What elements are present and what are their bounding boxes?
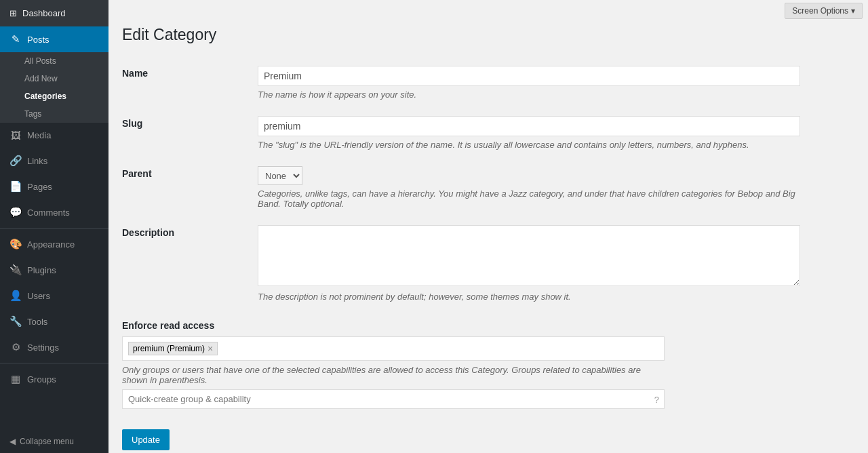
posts-submenu: All Posts Add New Categories Tags [0,52,108,123]
submenu-categories[interactable]: Categories [0,87,108,105]
links-icon: 🔗 [9,155,22,167]
sidebar-item-tools[interactable]: 🔧 Tools [0,309,108,334]
sidebar-item-links[interactable]: 🔗 Links [0,148,108,174]
comments-icon: 💬 [9,206,22,218]
sidebar-dashboard-label: Dashboard [22,8,66,18]
sidebar-item-users[interactable]: 👤 Users [0,283,108,309]
settings-label: Settings [27,342,59,353]
quick-create-input[interactable] [122,389,665,409]
update-button[interactable]: Update [122,429,170,450]
media-label: Media [27,130,51,140]
description-row: Description The description is not promi… [122,217,854,310]
sidebar-item-plugins[interactable]: 🔌 Plugins [0,257,108,283]
submenu-all-posts[interactable]: All Posts [0,52,108,70]
collapse-arrow-icon: ◀ [9,437,16,446]
capability-tag: premium (Premium) × [128,342,218,355]
pages-label: Pages [27,182,52,192]
groups-icon: ▦ [9,373,22,385]
pages-icon: 📄 [9,180,22,193]
parent-label: Parent [122,158,258,217]
description-cell: The description is not prominent by defa… [258,217,854,310]
posts-icon: ✎ [9,33,22,45]
slug-cell: The "slug" is the URL-friendly version o… [258,108,854,158]
collapse-label: Collapse menu [20,437,74,446]
chevron-down-icon: ▾ [851,6,855,16]
enforce-read-access-section: Enforce read access premium (Premium) × … [122,310,854,419]
plugins-icon: 🔌 [9,264,22,276]
capability-box: premium (Premium) × [122,336,665,361]
capability-remove-button[interactable]: × [208,344,213,353]
submenu-tags[interactable]: Tags [0,105,108,123]
users-label: Users [27,291,50,301]
sidebar-item-posts[interactable]: ✎ Posts [0,26,108,52]
links-label: Links [27,156,47,166]
screen-options-button[interactable]: Screen Options ▾ [785,3,863,19]
sidebar-item-groups[interactable]: ▦ Groups [0,366,108,392]
parent-select[interactable]: None [258,166,302,185]
enforce-label: Enforce read access [122,320,854,331]
posts-label: Posts [27,35,50,45]
name-row: Name The name is how it appears on your … [122,58,854,108]
parent-hint: Categories, unlike tags, can have a hier… [258,189,800,209]
parent-select-wrapper: None [258,166,854,185]
media-icon: 🖼 [9,130,22,141]
sidebar-item-media[interactable]: 🖼 Media [0,123,108,148]
name-input[interactable] [258,66,800,86]
sidebar-item-settings[interactable]: ⚙ Settings [0,334,108,360]
name-hint: The name is how it appears on your site. [258,90,800,100]
slug-label: Slug [122,108,258,158]
submenu-add-new[interactable]: Add New [0,70,108,87]
tools-label: Tools [27,317,47,327]
quick-create-wrapper: ? [122,389,665,409]
main-content: Screen Options ▾ Edit Category Name The … [108,0,868,453]
appearance-icon: 🎨 [9,238,22,250]
help-icon[interactable]: ? [654,394,659,404]
name-cell: The name is how it appears on your site. [258,58,854,108]
plugins-label: Plugins [27,265,56,275]
settings-icon: ⚙ [9,341,22,353]
sidebar: ⊞ Dashboard ✎ Posts All Posts Add New Ca… [0,0,108,453]
page-content-area: Edit Category Name The name is how it ap… [108,19,868,453]
sidebar-item-comments[interactable]: 💬 Comments [0,199,108,225]
sidebar-divider-2 [0,363,108,363]
page-title: Edit Category [122,26,854,44]
top-bar: Screen Options ▾ [108,0,868,19]
capability-tag-label: premium (Premium) [133,344,205,353]
tools-icon: 🔧 [9,315,22,328]
name-label: Name [122,58,258,108]
slug-hint: The "slug" is the URL-friendly version o… [258,140,800,150]
sidebar-item-dashboard[interactable]: ⊞ Dashboard [0,0,108,26]
description-label: Description [122,217,258,310]
parent-row: Parent None Categories, unlike tags, can… [122,158,854,217]
groups-label: Groups [27,374,56,385]
sidebar-divider-1 [0,228,108,229]
collapse-menu-button[interactable]: ◀ Collapse menu [0,430,108,453]
sidebar-item-pages[interactable]: 📄 Pages [0,174,108,199]
screen-options-label: Screen Options [792,6,848,16]
parent-cell: None Categories, unlike tags, can have a… [258,158,854,217]
comments-label: Comments [27,208,70,218]
description-hint: The description is not prominent by defa… [258,292,800,302]
dashboard-icon: ⊞ [9,8,17,18]
slug-input[interactable] [258,116,800,136]
appearance-label: Appearance [27,239,75,250]
enforce-hint: Only groups or users that have one of th… [122,365,665,385]
users-icon: 👤 [9,290,22,302]
edit-category-form: Name The name is how it appears on your … [122,58,854,310]
slug-row: Slug The "slug" is the URL-friendly vers… [122,108,854,158]
description-textarea[interactable] [258,225,800,286]
sidebar-item-appearance[interactable]: 🎨 Appearance [0,231,108,257]
